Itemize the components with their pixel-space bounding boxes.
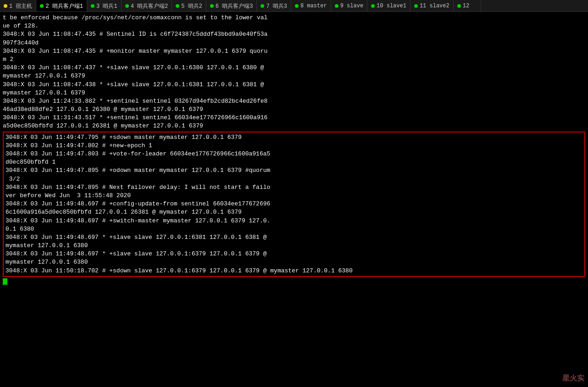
- tab-4-dot: [125, 4, 129, 8]
- tab-5[interactable]: 5 哨兵2: [172, 0, 206, 12]
- pre-highlight-text: t be enforced because /proc/sys/net/core…: [3, 14, 585, 131]
- tab-10-dot: [371, 4, 375, 8]
- tab-2-label: 2 哨兵客户端1: [45, 2, 83, 10]
- terminal[interactable]: t be enforced because /proc/sys/net/core…: [0, 12, 588, 387]
- tab-3-label: 3 哨兵1: [96, 2, 117, 10]
- tab-9[interactable]: 9 slave: [331, 0, 367, 12]
- highlighted-section: 3048:X 03 Jun 11:49:47.795 # +sdown mast…: [3, 132, 585, 277]
- tab-9-dot: [335, 4, 338, 8]
- tab-12-label: 12: [463, 3, 469, 9]
- tab-2-dot: [40, 4, 44, 8]
- tab-11-label: 11 slave2: [420, 3, 449, 9]
- tab-12[interactable]: 12: [454, 0, 481, 12]
- tab-7-dot: [261, 4, 264, 8]
- tab-12-dot: [457, 4, 461, 8]
- tab-5-label: 5 哨兵2: [181, 2, 202, 10]
- tab-6-label: 6 哨兵客户端3: [216, 2, 253, 10]
- tab-8-dot: [295, 4, 299, 8]
- watermark: 星火实: [562, 374, 584, 383]
- cursor-line: [3, 278, 585, 286]
- tab-10-label: 10 slave1: [377, 3, 406, 9]
- tab-5-dot: [176, 4, 179, 8]
- tab-1-label: 1 宿主机: [9, 2, 32, 10]
- tab-3-dot: [91, 4, 94, 8]
- tab-1-dot: [4, 4, 7, 8]
- tab-4-label: 4 哨兵客户端2: [131, 2, 168, 10]
- tab-3[interactable]: 3 哨兵1: [87, 0, 122, 12]
- terminal-cursor: [3, 278, 7, 285]
- tab-8[interactable]: 8 master: [291, 0, 331, 12]
- tab-10[interactable]: 10 slave1: [367, 0, 410, 12]
- tab-11[interactable]: 11 slave2: [410, 0, 454, 12]
- terminal-content: t be enforced because /proc/sys/net/core…: [3, 14, 585, 286]
- tab-7[interactable]: 7 哨兵3: [257, 0, 291, 12]
- tab-2[interactable]: 2 哨兵客户端1: [36, 0, 87, 12]
- tab-6[interactable]: 6 哨兵客户端3: [206, 0, 257, 12]
- tab-8-label: 8 master: [300, 3, 327, 9]
- tab-6-dot: [210, 4, 214, 8]
- highlighted-text: 3048:X 03 Jun 11:49:47.795 # +sdown mast…: [6, 133, 582, 275]
- tab-9-label: 9 slave: [340, 3, 363, 9]
- tab-bar: 1 宿主机 2 哨兵客户端1 3 哨兵1 4 哨兵客户端2 5 哨兵2 6 哨兵…: [0, 0, 588, 12]
- tab-11-dot: [414, 4, 418, 8]
- tab-7-label: 7 哨兵3: [266, 2, 287, 10]
- tab-4[interactable]: 4 哨兵客户端2: [122, 0, 172, 12]
- tab-1[interactable]: 1 宿主机: [0, 0, 36, 12]
